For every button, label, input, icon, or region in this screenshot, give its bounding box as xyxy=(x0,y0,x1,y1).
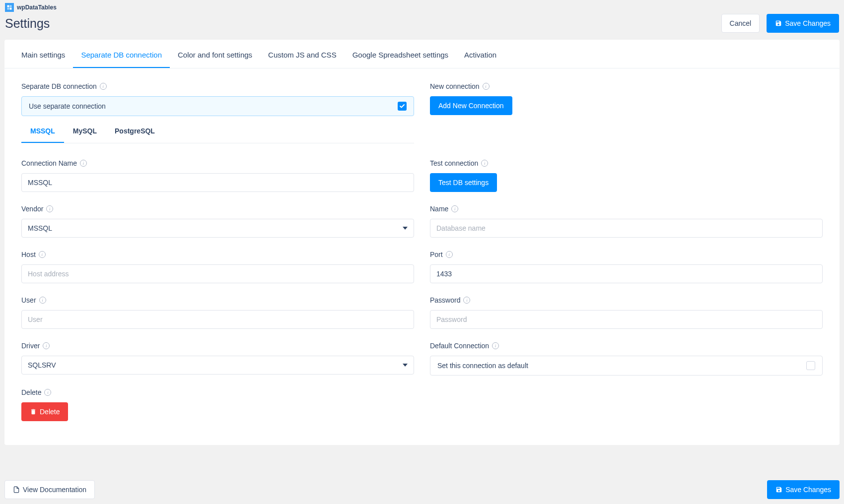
connection-subtabs: MSSQL MySQL PostgreSQL xyxy=(21,120,414,143)
save-button-label: Save Changes xyxy=(785,19,831,27)
checkbox-checked-icon[interactable] xyxy=(398,102,407,111)
connection-name-input[interactable] xyxy=(21,173,414,192)
vendor-label-text: Vendor xyxy=(21,205,43,213)
trash-icon xyxy=(30,408,37,415)
document-icon xyxy=(13,486,20,494)
add-new-connection-button[interactable]: Add New Connection xyxy=(430,96,512,115)
default-connection-text: Set this connection as default xyxy=(437,362,528,370)
info-icon[interactable] xyxy=(46,205,53,212)
info-icon[interactable] xyxy=(446,251,453,258)
password-input[interactable] xyxy=(430,310,823,329)
driver-select[interactable]: SQLSRV xyxy=(21,356,414,375)
port-label: Port xyxy=(430,251,823,258)
db-name-input[interactable] xyxy=(430,219,823,238)
delete-button-label: Delete xyxy=(40,408,60,416)
page-header: Settings Cancel Save Changes xyxy=(0,12,844,40)
driver-label: Driver xyxy=(21,342,414,350)
brand-logo-icon xyxy=(5,3,14,12)
save-button-footer-label: Save Changes xyxy=(785,486,831,494)
port-input[interactable] xyxy=(430,264,823,283)
user-label-text: User xyxy=(21,296,36,304)
port-label-text: Port xyxy=(430,251,443,258)
host-label: Host xyxy=(21,251,414,258)
default-connection-toggle[interactable]: Set this connection as default xyxy=(430,356,823,376)
settings-panel: Main settings Separate DB connection Col… xyxy=(4,40,840,445)
use-separate-connection-toggle[interactable]: Use separate connection xyxy=(21,96,414,116)
subtab-mysql[interactable]: MySQL xyxy=(64,120,106,143)
driver-label-text: Driver xyxy=(21,342,40,350)
test-connection-label: Test connection xyxy=(430,159,823,167)
brand-name: wpDataTables xyxy=(17,4,57,11)
tab-google-spreadsheet[interactable]: Google Spreadsheet settings xyxy=(345,40,456,68)
test-db-settings-button[interactable]: Test DB settings xyxy=(430,173,497,192)
save-button-footer[interactable]: Save Changes xyxy=(767,480,840,499)
cancel-button[interactable]: Cancel xyxy=(721,14,760,33)
vendor-select[interactable]: MSSQL xyxy=(21,219,414,238)
view-documentation-label: View Documentation xyxy=(23,486,86,494)
chevron-down-icon xyxy=(403,227,408,230)
info-icon[interactable] xyxy=(44,389,51,396)
password-label-text: Password xyxy=(430,296,460,304)
host-label-text: Host xyxy=(21,251,36,258)
delete-label-text: Delete xyxy=(21,388,41,396)
svg-rect-2 xyxy=(7,8,9,10)
info-icon[interactable] xyxy=(39,251,46,258)
svg-rect-0 xyxy=(7,5,9,7)
header-actions: Cancel Save Changes xyxy=(721,14,839,33)
cancel-button-label: Cancel xyxy=(730,19,752,27)
subtab-mssql[interactable]: MSSQL xyxy=(21,120,64,143)
info-icon[interactable] xyxy=(483,83,490,90)
driver-select-value: SQLSRV xyxy=(28,361,56,369)
page-title: Settings xyxy=(5,16,50,31)
info-icon[interactable] xyxy=(80,160,87,167)
connection-name-label: Connection Name xyxy=(21,159,414,167)
svg-rect-1 xyxy=(10,5,12,7)
new-connection-label: New connection xyxy=(430,82,823,90)
brand-bar: wpDataTables xyxy=(0,0,844,12)
save-button[interactable]: Save Changes xyxy=(767,14,839,33)
info-icon[interactable] xyxy=(43,342,50,349)
checkbox-unchecked-icon[interactable] xyxy=(806,361,815,370)
tab-activation[interactable]: Activation xyxy=(456,40,504,68)
test-connection-label-text: Test connection xyxy=(430,159,478,167)
save-icon xyxy=(775,486,782,493)
add-new-connection-label: Add New Connection xyxy=(438,102,504,110)
tab-main-settings[interactable]: Main settings xyxy=(13,40,73,68)
tab-custom-js-css[interactable]: Custom JS and CSS xyxy=(260,40,345,68)
default-connection-label: Default Connection xyxy=(430,342,823,350)
separate-db-label-text: Separate DB connection xyxy=(21,82,97,90)
db-name-label-text: Name xyxy=(430,205,448,213)
page-footer: View Documentation Save Changes xyxy=(0,475,844,504)
info-icon[interactable] xyxy=(39,297,46,304)
connection-name-label-text: Connection Name xyxy=(21,159,77,167)
info-icon[interactable] xyxy=(451,205,458,212)
info-icon[interactable] xyxy=(100,83,107,90)
test-db-settings-label: Test DB settings xyxy=(438,179,489,187)
subtab-postgres[interactable]: PostgreSQL xyxy=(106,120,164,143)
view-documentation-button[interactable]: View Documentation xyxy=(4,480,95,499)
user-label: User xyxy=(21,296,414,304)
separate-db-label: Separate DB connection xyxy=(21,82,414,90)
svg-rect-3 xyxy=(10,8,12,10)
delete-label: Delete xyxy=(21,388,414,396)
new-connection-label-text: New connection xyxy=(430,82,480,90)
panel-body: Separate DB connection Use separate conn… xyxy=(4,68,840,445)
delete-button[interactable]: Delete xyxy=(21,402,68,421)
host-input[interactable] xyxy=(21,264,414,283)
tab-separate-db[interactable]: Separate DB connection xyxy=(73,40,170,68)
info-icon[interactable] xyxy=(481,160,488,167)
tab-color-font[interactable]: Color and font settings xyxy=(170,40,260,68)
default-connection-label-text: Default Connection xyxy=(430,342,489,350)
use-separate-connection-text: Use separate connection xyxy=(29,102,106,110)
vendor-label: Vendor xyxy=(21,205,414,213)
user-input[interactable] xyxy=(21,310,414,329)
vendor-select-value: MSSQL xyxy=(28,224,52,232)
chevron-down-icon xyxy=(403,364,408,367)
db-name-label: Name xyxy=(430,205,823,213)
main-tabs: Main settings Separate DB connection Col… xyxy=(4,40,840,68)
info-icon[interactable] xyxy=(463,297,470,304)
password-label: Password xyxy=(430,296,823,304)
info-icon[interactable] xyxy=(492,342,499,349)
save-icon xyxy=(775,20,782,27)
